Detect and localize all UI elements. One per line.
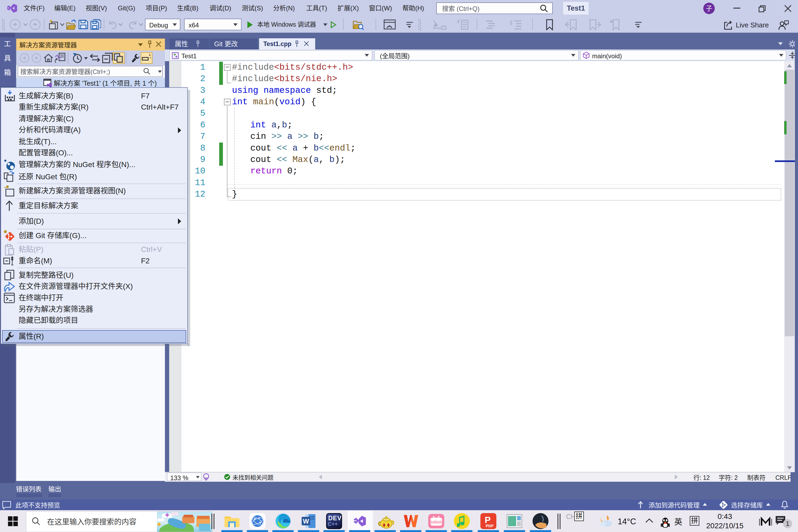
svg-text:W: W xyxy=(303,518,309,525)
svg-text:bilibili: bilibili xyxy=(431,520,442,524)
